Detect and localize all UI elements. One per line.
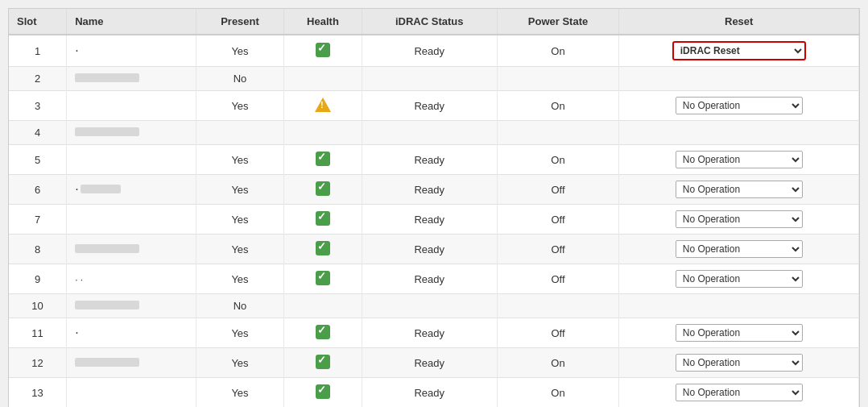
power-state-cell: Off (497, 318, 619, 348)
health-ok-icon (316, 384, 330, 399)
present-cell: Yes (196, 145, 283, 175)
table-row: 2No (9, 67, 859, 91)
reset-select-wrapper: No OperationiDRAC ResetiDRAC Reset and F… (676, 151, 803, 168)
reset-select[interactable]: No OperationiDRAC ResetiDRAC Reset and F… (676, 242, 802, 256)
reset-select[interactable]: No OperationiDRAC ResetiDRAC Reset and F… (676, 385, 802, 400)
table-row: 1·YesReadyOnNo OperationiDRAC ResetiDRAC… (9, 35, 859, 67)
power-state-cell (497, 121, 619, 145)
name-cell: · (67, 318, 196, 348)
health-cell (284, 121, 362, 145)
table-row: 12YesReadyOnNo OperationiDRAC ResetiDRAC… (9, 348, 859, 378)
table-row: 7YesReadyOffNo OperationiDRAC ResetiDRAC… (9, 205, 859, 235)
health-cell (284, 294, 362, 318)
reset-select-wrapper: No OperationiDRAC ResetiDRAC Reset and F… (676, 354, 803, 372)
present-cell: No (196, 67, 283, 91)
reset-cell: No OperationiDRAC ResetiDRAC Reset and F… (619, 235, 859, 264)
reset-select-wrapper: No OperationiDRAC ResetiDRAC Reset and F… (676, 181, 803, 198)
health-cell (284, 175, 362, 205)
idrac-status-cell: Ready (362, 175, 497, 205)
reset-cell: No OperationiDRAC ResetiDRAC Reset and F… (619, 378, 859, 408)
power-state-cell (497, 294, 619, 318)
power-state-cell: On (497, 348, 619, 378)
health-cell (284, 264, 362, 294)
reset-select[interactable]: No OperationiDRAC ResetiDRAC Reset and F… (676, 152, 802, 167)
col-reset: Reset (619, 9, 859, 35)
server-table: Slot Name Present Health iDRAC Status Po… (9, 9, 859, 407)
name-cell (67, 378, 196, 408)
idrac-status-cell (362, 67, 497, 91)
health-cell (284, 348, 362, 378)
slot-cell: 12 (9, 348, 67, 378)
reset-select[interactable]: No OperationiDRAC ResetiDRAC Reset and F… (676, 326, 802, 340)
slot-cell: 7 (9, 205, 67, 235)
reset-cell: No OperationiDRAC ResetiDRAC Reset and F… (619, 175, 859, 205)
col-present: Present (196, 9, 283, 35)
name-cell (67, 145, 196, 175)
slot-cell: 6 (9, 175, 67, 205)
power-state-cell: On (497, 378, 619, 408)
name-cell (67, 121, 196, 145)
col-idrac-status: iDRAC Status (362, 9, 497, 35)
present-cell: No (196, 294, 283, 318)
health-cell (284, 91, 362, 121)
power-state-cell: On (497, 35, 619, 67)
reset-cell: No OperationiDRAC ResetiDRAC Reset and F… (619, 348, 859, 378)
health-warn-icon (315, 98, 331, 112)
reset-select[interactable]: No OperationiDRAC ResetiDRAC Reset and F… (676, 212, 802, 226)
slot-cell: 10 (9, 294, 67, 318)
health-ok-icon (316, 43, 330, 57)
reset-select[interactable]: No OperationiDRAC ResetiDRAC Reset and F… (676, 355, 802, 370)
present-cell (196, 121, 283, 145)
health-ok-icon (316, 152, 330, 166)
name-cell (67, 205, 196, 235)
slot-cell: 2 (9, 67, 67, 91)
health-ok-icon (316, 355, 330, 369)
slot-cell: 11 (9, 318, 67, 348)
present-cell: Yes (196, 318, 283, 348)
idrac-status-cell: Ready (362, 264, 497, 294)
reset-cell (619, 67, 859, 91)
health-cell (284, 35, 362, 67)
reset-cell: No OperationiDRAC ResetiDRAC Reset and F… (619, 205, 859, 235)
power-state-cell: Off (497, 235, 619, 264)
health-ok-icon (316, 271, 330, 285)
col-slot: Slot (9, 9, 67, 35)
idrac-status-cell: Ready (362, 91, 497, 121)
idrac-status-cell: Ready (362, 378, 497, 408)
health-cell (284, 67, 362, 91)
col-name: Name (67, 9, 196, 35)
reset-cell (619, 294, 859, 318)
table-row: 5YesReadyOnNo OperationiDRAC ResetiDRAC … (9, 145, 859, 175)
reset-select-wrapper: No OperationiDRAC ResetiDRAC Reset and F… (672, 41, 806, 60)
idrac-status-cell (362, 294, 497, 318)
slot-cell: 4 (9, 121, 67, 145)
present-cell: Yes (196, 235, 283, 264)
power-state-cell: On (497, 91, 619, 121)
present-cell: Yes (196, 378, 283, 408)
table-header-row: Slot Name Present Health iDRAC Status Po… (9, 9, 859, 35)
table-row: 10No (9, 294, 859, 318)
power-state-cell: Off (497, 175, 619, 205)
health-cell (284, 378, 362, 408)
name-cell (67, 348, 196, 378)
health-cell (284, 318, 362, 348)
name-cell (67, 91, 196, 121)
present-cell: Yes (196, 35, 283, 67)
reset-select[interactable]: No OperationiDRAC ResetiDRAC Reset and F… (674, 44, 804, 58)
reset-cell (619, 121, 859, 145)
table-row: 8YesReadyOffNo OperationiDRAC ResetiDRAC… (9, 235, 859, 264)
reset-select[interactable]: No OperationiDRAC ResetiDRAC Reset and F… (676, 272, 802, 286)
idrac-status-cell (362, 121, 497, 145)
slot-cell: 8 (9, 235, 67, 264)
idrac-status-cell: Ready (362, 348, 497, 378)
reset-cell: No OperationiDRAC ResetiDRAC Reset and F… (619, 318, 859, 348)
reset-select[interactable]: No OperationiDRAC ResetiDRAC Reset and F… (676, 182, 802, 197)
name-cell (67, 235, 196, 264)
name-cell: · (67, 35, 196, 67)
table-row: 9· ·YesReadyOffNo OperationiDRAC ResetiD… (9, 264, 859, 294)
reset-select[interactable]: No OperationiDRAC ResetiDRAC Reset and F… (676, 98, 802, 113)
name-cell: · (67, 175, 196, 205)
present-cell: Yes (196, 348, 283, 378)
table-row: 13YesReadyOnNo OperationiDRAC ResetiDRAC… (9, 378, 859, 408)
idrac-status-cell: Ready (362, 235, 497, 264)
